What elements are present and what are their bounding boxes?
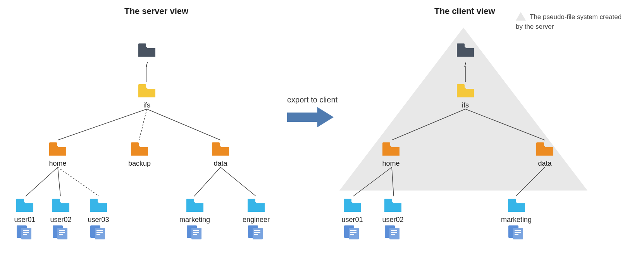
svg-rect-45 [193, 232, 199, 233]
svg-rect-44 [193, 230, 199, 231]
svg-marker-0 [516, 12, 526, 21]
svg-rect-41 [186, 199, 194, 203]
svg-rect-66 [391, 230, 397, 231]
label-marketing: marketing [179, 216, 210, 224]
svg-rect-43 [191, 228, 201, 239]
svg-rect-26 [23, 230, 29, 231]
svg-rect-34 [59, 234, 63, 235]
folder-icon [129, 140, 150, 157]
label-home: home [380, 159, 402, 168]
label-backup: backup [128, 159, 151, 168]
svg-rect-72 [515, 230, 521, 231]
svg-marker-17 [317, 107, 334, 127]
client-user02: user02 [382, 196, 404, 242]
svg-rect-33 [59, 232, 65, 233]
folder-icon [14, 196, 36, 213]
svg-rect-20 [49, 142, 57, 146]
folder-icon [88, 196, 109, 213]
svg-rect-62 [350, 234, 354, 235]
svg-rect-27 [23, 232, 29, 233]
folder-icon [455, 82, 476, 99]
client-marketing: marketing [501, 196, 532, 242]
label-root: / [455, 61, 476, 69]
export-arrow-icon [287, 107, 334, 129]
svg-rect-67 [391, 232, 397, 233]
documents-icon [384, 224, 402, 240]
label-engineer: engineer [243, 216, 270, 224]
server-user01: user01 [14, 196, 36, 242]
server-user02: user02 [50, 196, 72, 242]
documents-icon [343, 224, 361, 240]
svg-rect-21 [131, 142, 139, 146]
server-ifs: ifs [136, 82, 158, 109]
folder-icon [210, 140, 231, 157]
client-ifs: ifs [455, 82, 476, 109]
label-ifs: ifs [455, 101, 476, 109]
svg-rect-56 [536, 142, 544, 146]
svg-line-9 [220, 167, 256, 196]
folder-icon [506, 196, 527, 213]
server-user03: user03 [88, 196, 109, 242]
svg-rect-60 [350, 230, 356, 231]
title-client: The client view [434, 6, 495, 16]
server-root: / [136, 41, 158, 69]
svg-rect-53 [457, 43, 465, 47]
folder-icon [455, 41, 476, 58]
svg-rect-54 [457, 84, 465, 88]
svg-rect-52 [254, 234, 258, 235]
server-engineer: engineer [243, 196, 270, 242]
client-data: data [534, 140, 556, 168]
folder-icon [382, 196, 404, 213]
legend-triangle-icon [516, 12, 526, 23]
svg-rect-23 [16, 199, 24, 203]
svg-rect-46 [193, 234, 197, 235]
folder-icon [341, 196, 363, 213]
client-user01: user01 [341, 196, 363, 242]
svg-rect-39 [96, 232, 103, 233]
label-user02: user02 [382, 216, 404, 224]
label-marketing: marketing [501, 216, 532, 224]
svg-rect-38 [96, 230, 103, 231]
svg-rect-57 [344, 199, 351, 203]
folder-icon [47, 140, 69, 157]
svg-rect-32 [59, 230, 65, 231]
folder-icon [534, 140, 556, 157]
label-user01: user01 [341, 216, 363, 224]
folder-icon [136, 82, 158, 99]
documents-icon [186, 224, 204, 240]
label-user03: user03 [88, 216, 109, 224]
svg-rect-74 [515, 234, 518, 235]
svg-rect-40 [96, 234, 100, 235]
documents-icon [52, 224, 70, 240]
folder-icon [50, 196, 72, 213]
label-root: / [136, 61, 158, 69]
svg-rect-59 [349, 228, 359, 239]
documents-icon [16, 224, 34, 240]
svg-rect-22 [212, 142, 220, 146]
svg-line-5 [26, 167, 58, 196]
label-data: data [210, 159, 231, 168]
svg-rect-47 [248, 199, 255, 203]
svg-rect-37 [95, 228, 105, 239]
svg-rect-71 [513, 228, 523, 239]
svg-rect-63 [384, 199, 392, 203]
svg-rect-49 [253, 228, 263, 239]
label-user01: user01 [14, 216, 36, 224]
svg-rect-65 [389, 228, 399, 239]
svg-rect-55 [382, 142, 390, 146]
svg-rect-50 [254, 230, 260, 231]
documents-icon [90, 224, 107, 240]
svg-rect-68 [391, 234, 395, 235]
arrow-label: export to client [287, 95, 337, 104]
folder-icon [136, 41, 158, 58]
svg-line-6 [58, 167, 60, 196]
svg-line-2 [58, 109, 147, 140]
svg-line-4 [147, 109, 220, 140]
label-data: data [534, 159, 556, 168]
folder-icon [184, 196, 206, 213]
label-home: home [47, 159, 69, 168]
svg-rect-35 [90, 199, 98, 203]
documents-icon [508, 224, 525, 240]
svg-rect-18 [138, 43, 146, 47]
folder-icon [245, 196, 267, 213]
